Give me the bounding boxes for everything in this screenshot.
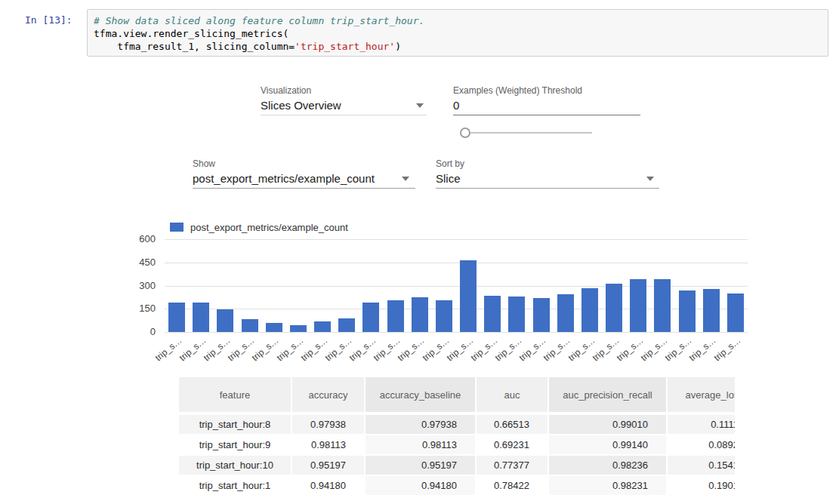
metric-cell: 0.98231 [549, 475, 668, 495]
bar[interactable] [338, 318, 355, 332]
metric-cell: 0.1541 [668, 454, 735, 475]
threshold-slider[interactable] [470, 132, 592, 134]
y-axis-tick: 150 [119, 303, 156, 314]
bar[interactable] [387, 300, 404, 332]
metric-cell: 0.94180 [292, 475, 366, 495]
y-axis-tick: 300 [119, 280, 156, 291]
slider-knob[interactable] [460, 128, 470, 138]
bar[interactable] [727, 293, 744, 332]
table-row: trip_start_hour:80.979380.979380.665130.… [179, 413, 735, 434]
chevron-down-icon[interactable] [416, 103, 424, 108]
chevron-down-icon[interactable] [402, 177, 409, 181]
metric-cell: 0.77377 [477, 454, 549, 475]
code-string: 'trip_start_hour' [295, 41, 395, 52]
bar[interactable] [533, 298, 550, 332]
column-header[interactable]: accuracy_baseline [366, 377, 477, 413]
y-axis-tick: 450 [119, 257, 156, 268]
bar[interactable] [266, 323, 282, 332]
column-header[interactable]: auc_precision_recall [549, 377, 668, 413]
threshold-label: Examples (Weighted) Threshold [453, 85, 582, 96]
bar[interactable] [290, 325, 307, 332]
notebook-page: In [13]: # Show data sliced along featur… [0, 0, 839, 504]
sort-by-underline [436, 188, 659, 189]
metric-cell: 0.98113 [366, 434, 477, 454]
bar[interactable] [581, 288, 598, 332]
bar[interactable] [679, 290, 696, 332]
metric-cell: 0.69231 [477, 434, 549, 454]
column-header[interactable]: accuracy [292, 377, 366, 413]
visualization-underline [261, 115, 427, 115]
bar[interactable] [654, 279, 671, 332]
column-header[interactable]: auc [477, 377, 549, 413]
metric-cell: 0.97938 [366, 413, 477, 434]
bar[interactable] [703, 289, 720, 332]
bar[interactable] [217, 309, 233, 332]
y-axis-tick: 0 [119, 326, 156, 337]
metric-cell: 0.66513 [477, 413, 549, 434]
metrics-table: featureaccuracyaccuracy_baselineaucauc_p… [179, 377, 735, 495]
bar[interactable] [630, 279, 646, 332]
bar[interactable] [168, 303, 185, 332]
feature-cell: trip_start_hour:10 [179, 454, 292, 475]
bar[interactable] [436, 300, 452, 332]
table-row: trip_start_hour:10.941800.941800.784220.… [179, 475, 735, 495]
show-underline [193, 188, 415, 189]
metric-cell: 0.1901 [668, 475, 735, 495]
y-axis-labels: 0150300450600 [119, 239, 156, 332]
gridline [165, 263, 748, 263]
gridline [165, 239, 748, 240]
feature-cell: trip_start_hour:1 [179, 475, 292, 495]
column-header[interactable]: average_los [668, 377, 735, 413]
metric-cell: 0.98113 [292, 434, 366, 454]
show-select[interactable]: post_export_metrics/example_count [193, 172, 375, 185]
metric-cell: 0.95197 [366, 454, 477, 475]
legend-label: post_export_metrics/example_count [190, 222, 348, 233]
bar[interactable] [557, 294, 574, 332]
bar[interactable] [508, 297, 525, 332]
x-axis-label: trip_s… [153, 335, 184, 363]
metric-cell: 0.99010 [549, 413, 668, 434]
x-axis-labels: trip_s…trip_s…trip_s…trip_s…trip_s…trip_… [165, 333, 748, 367]
sort-by-select[interactable]: Slice [436, 172, 461, 185]
metric-cell: 0.1111 [668, 413, 735, 434]
threshold-input[interactable]: 0 [453, 99, 459, 112]
metric-cell: 0.95197 [292, 454, 366, 475]
feature-cell: trip_start_hour:8 [179, 413, 292, 434]
metric-cell: 0.0892 [668, 434, 735, 454]
cell-prompt: In [13]: [25, 14, 84, 26]
bar[interactable] [484, 296, 501, 332]
gridline [165, 332, 748, 333]
bar[interactable] [412, 297, 428, 332]
y-axis-tick: 600 [119, 233, 156, 244]
code-line: tfma_result_1, slicing_column= [94, 41, 295, 52]
show-label: Show [193, 158, 215, 169]
table-row: trip_start_hour:90.981130.981130.692310.… [179, 434, 735, 454]
code-line: ) [395, 41, 401, 52]
metrics-table-container: featureaccuracyaccuracy_baselineaucauc_p… [179, 377, 735, 495]
bar[interactable] [242, 319, 258, 332]
bar[interactable] [460, 260, 477, 332]
legend-swatch [170, 223, 184, 232]
metric-cell: 0.98236 [549, 454, 668, 475]
code-line: tfma.view.render_slicing_metrics( [94, 28, 288, 39]
visualization-select[interactable]: Slices Overview [261, 99, 341, 112]
bar[interactable] [362, 303, 379, 332]
bar[interactable] [314, 321, 331, 332]
metric-cell: 0.97938 [292, 413, 366, 434]
chevron-down-icon[interactable] [646, 177, 654, 181]
metric-cell: 0.99140 [549, 434, 668, 454]
code-cell[interactable]: # Show data sliced along feature column … [87, 9, 828, 57]
bar-plot [165, 239, 748, 332]
column-header[interactable]: feature [179, 377, 292, 413]
metric-cell: 0.94180 [366, 475, 477, 495]
sort-by-label: Sort by [436, 158, 464, 169]
code-comment: # Show data sliced along feature column … [94, 15, 424, 26]
bar[interactable] [193, 303, 209, 332]
visualization-label: Visualization [261, 85, 311, 96]
threshold-underline [453, 115, 640, 115]
bar[interactable] [606, 284, 622, 332]
metric-cell: 0.78422 [477, 475, 549, 495]
feature-cell: trip_start_hour:9 [179, 434, 292, 454]
table-row: trip_start_hour:100.951970.951970.773770… [179, 454, 735, 475]
